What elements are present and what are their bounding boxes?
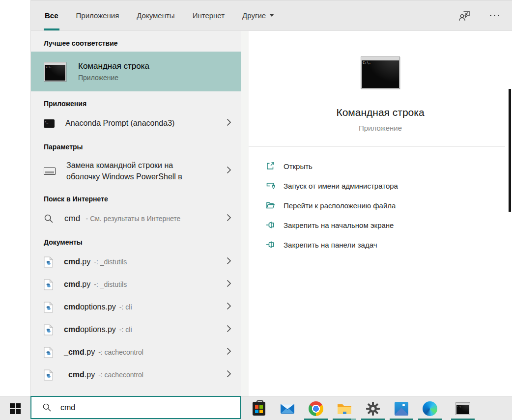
document-row[interactable]: _cmd.py-: cachecontrol	[31, 341, 241, 364]
web-search-text: cmd - См. результаты в Интернете	[64, 214, 180, 224]
start-button[interactable]	[0, 397, 30, 420]
result-label: Anaconda Prompt (anaconda3)	[65, 119, 174, 128]
best-match-subtitle: Приложение	[78, 74, 149, 82]
action-pin-to-start[interactable]: Закрепить на начальном экране	[265, 215, 512, 235]
search-icon	[42, 403, 52, 412]
doc-meta: -: _distutils	[94, 280, 127, 288]
taskbar-microsoft-store-icon[interactable]	[245, 397, 273, 420]
taskbar-apps: C:\.	[245, 397, 477, 420]
preview-divider	[249, 146, 505, 147]
action-label: Перейти к расположению файла	[284, 201, 396, 210]
tab-apps[interactable]: Приложения	[75, 0, 120, 30]
document-label: _cmd.py-: cachecontrol	[64, 348, 143, 357]
doc-rest: .py	[85, 348, 95, 356]
taskbar-mail-icon[interactable]	[273, 397, 302, 420]
tab-documents-label: Документы	[137, 11, 174, 20]
cmd-icon: C:\.	[361, 56, 400, 89]
doc-rest: .py	[85, 370, 95, 379]
action-open-file-location[interactable]: Перейти к расположению файла	[265, 196, 512, 215]
tab-apps-label: Приложения	[76, 11, 119, 20]
doc-bold: _cmd	[64, 370, 85, 379]
scrollbar-thumb[interactable]	[509, 89, 511, 212]
chevron-right-icon[interactable]	[227, 370, 231, 380]
results-list: Лучшее соответствие C:\. Командная строк…	[31, 31, 241, 396]
tab-all-label: Все	[45, 11, 58, 20]
preview-app-title: Командная строка	[249, 107, 512, 118]
document-row[interactable]: cmd.py-: _distutils	[31, 273, 241, 296]
taskbar-file-explorer-icon[interactable]	[330, 397, 359, 420]
setting-line1: Замена командной строки на	[66, 161, 173, 169]
result-row-web-search[interactable]: cmd - См. результаты в Интернете	[31, 207, 241, 230]
taskbar-edge-icon[interactable]	[416, 397, 444, 420]
action-list: Открыть Запуск от имени администратора	[249, 156, 512, 254]
chevron-right-icon[interactable]	[227, 302, 231, 312]
result-row-powershell-setting[interactable]: Замена командной строки на оболочку Wind…	[31, 155, 241, 187]
document-label: _cmd.py-: cachecontrol	[64, 370, 143, 379]
best-match-title: Командная строка	[78, 61, 149, 71]
result-label: Замена командной строки на оболочку Wind…	[66, 160, 182, 182]
tab-documents[interactable]: Документы	[136, 0, 175, 30]
doc-bold: cmd	[64, 280, 80, 288]
chevron-right-icon[interactable]	[227, 214, 231, 224]
action-label: Закрепить на начальном экране	[284, 221, 394, 229]
chevron-right-icon[interactable]	[227, 347, 231, 357]
taskbar-photos-icon[interactable]	[387, 397, 416, 420]
python-file-icon	[44, 256, 53, 268]
action-label: Закрепить на панели задач	[284, 241, 377, 249]
document-row[interactable]: _cmd.py-: cachecontrol	[31, 364, 241, 386]
pin-taskbar-icon	[265, 240, 275, 250]
file-location-icon	[265, 200, 275, 210]
search-input[interactable]	[60, 403, 228, 412]
document-row[interactable]: cmdoptions.py-: cli	[31, 296, 241, 318]
chevron-right-icon[interactable]	[227, 280, 231, 289]
doc-meta: -: cachecontrol	[98, 371, 143, 379]
action-pin-to-taskbar[interactable]: Закрепить на панели задач	[265, 235, 512, 254]
taskbar-command-prompt-icon[interactable]: C:\.	[449, 397, 477, 420]
section-settings: Параметры	[31, 135, 241, 155]
document-row[interactable]: cmdoptions.py-: cli	[31, 318, 241, 341]
chevron-right-icon[interactable]	[227, 257, 231, 267]
doc-meta: -: _distutils	[94, 258, 127, 266]
panel-divider	[241, 31, 249, 396]
section-apps: Приложения	[31, 91, 241, 112]
best-match-row[interactable]: C:\. Командная строка Приложение	[31, 52, 241, 91]
chevron-right-icon[interactable]	[227, 325, 231, 335]
doc-meta: -: cli	[119, 303, 132, 311]
action-run-as-admin[interactable]: Запуск от имени администратора	[265, 176, 512, 196]
section-best-match: Лучшее соответствие	[31, 31, 241, 52]
person-feedback-icon[interactable]	[458, 9, 471, 22]
document-label: cmdoptions.py-: cli	[64, 303, 132, 311]
document-row[interactable]: cmd.py-: _distutils	[31, 251, 241, 273]
chevron-right-icon[interactable]	[227, 166, 231, 176]
document-label: cmdoptions.py-: cli	[64, 325, 132, 334]
doc-bold: _cmd	[64, 348, 85, 356]
cmd-icon: C:\.	[44, 62, 66, 82]
taskbar: C:\.	[0, 396, 512, 420]
document-label: cmd.py-: _distutils	[64, 280, 127, 289]
tab-web-label: Интернет	[193, 11, 225, 20]
windows-logo-icon	[10, 403, 21, 414]
more-options-icon[interactable]	[490, 15, 499, 16]
search-flyout: Все Приложения Документы Интернет Другие	[30, 0, 512, 396]
taskbar-settings-icon[interactable]	[359, 397, 387, 420]
doc-rest: options.py	[80, 325, 116, 334]
doc-meta: -: cachecontrol	[98, 348, 143, 356]
run-as-admin-icon	[265, 181, 275, 191]
taskbar-search-box[interactable]	[30, 396, 241, 419]
search-icon	[44, 214, 54, 224]
tab-more[interactable]: Другие	[241, 0, 275, 30]
doc-bold: cmd	[64, 325, 80, 334]
action-open[interactable]: Открыть	[265, 156, 512, 176]
python-file-icon	[44, 279, 53, 290]
chevron-down-icon	[269, 14, 274, 17]
doc-rest: .py	[80, 280, 90, 288]
preview-panel: C:\. Командная строка Приложение Открыть	[249, 31, 512, 396]
action-label: Открыть	[284, 162, 313, 170]
chevron-right-icon[interactable]	[227, 118, 231, 128]
tab-all[interactable]: Все	[44, 0, 59, 30]
web-meta: - См. результаты в Интернете	[86, 215, 181, 223]
tab-web[interactable]: Интернет	[192, 0, 226, 30]
result-row-anaconda[interactable]: Anaconda Prompt (anaconda3)	[31, 112, 241, 135]
taskbar-chrome-icon[interactable]	[302, 397, 330, 420]
terminal-icon	[44, 119, 55, 128]
